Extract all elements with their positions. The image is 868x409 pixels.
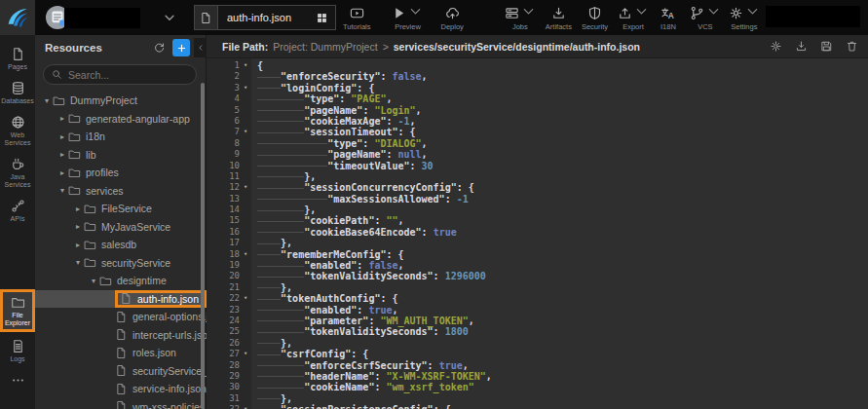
caret-closed-icon[interactable]: ▸	[57, 114, 68, 123]
collapse-left-icon	[196, 43, 206, 53]
caret-closed-icon[interactable]: ▸	[57, 168, 68, 177]
tree-item-MyJavaService[interactable]: ▸MyJavaService	[35, 218, 207, 237]
toolbar-export-button[interactable]: Export	[618, 0, 649, 35]
java-services-icon	[11, 157, 25, 171]
code-line-8: "type": "DIALOG",	[257, 138, 868, 149]
databases-icon	[11, 81, 25, 95]
fold-caret-icon[interactable]: ▾	[240, 83, 251, 93]
tree-item-service-info.json[interactable]: service-info.json	[35, 380, 207, 398]
delete-icon[interactable]	[846, 40, 858, 53]
caret-open-icon[interactable]: ▾	[41, 96, 53, 105]
caret-closed-icon[interactable]: ▸	[57, 150, 68, 159]
tree-item-profiles[interactable]: ▸profiles	[35, 164, 207, 182]
caret-closed-icon[interactable]: ▸	[72, 204, 84, 213]
resources-title: Resources	[45, 42, 102, 54]
toolbar-tutorials-button[interactable]: Tutorials	[343, 0, 370, 35]
gutter-line-1: 1▾	[207, 60, 251, 71]
tree-item-securityService_API.json[interactable]: securityService_API.json	[35, 362, 207, 381]
folder-icon	[84, 256, 96, 269]
gutter-line-32: 32▾	[207, 404, 251, 409]
fold-caret-icon[interactable]: ▾	[240, 293, 251, 304]
toolbar-security-button[interactable]: Security	[582, 0, 608, 35]
save-icon[interactable]	[820, 40, 833, 53]
gutter-line-24: 24	[207, 316, 251, 326]
more-icon	[11, 373, 25, 388]
tree-item-wm-xss-policies.json[interactable]: wm-xss-policies.json	[35, 398, 207, 409]
caret-open-icon[interactable]: ▾	[88, 277, 99, 285]
sidebar-item-java-services[interactable]: Java Services	[0, 153, 35, 192]
project-chevron-down-icon[interactable]	[161, 9, 178, 26]
tree-item-i18n[interactable]: ▸i18n	[35, 128, 207, 146]
folder-icon	[68, 167, 81, 179]
tab-grid-icon[interactable]	[316, 12, 335, 24]
sidebar-item-apis[interactable]: APIs	[0, 195, 35, 226]
tree-item-auth-info.json[interactable]: auth-info.json	[35, 290, 207, 309]
tree-item-intercept-urls.json[interactable]: intercept-urls.json	[35, 326, 207, 345]
toolbar-preview-button[interactable]: Preview	[392, 0, 423, 35]
code-line-20: "tokenValiditySeconds": 1296000	[257, 271, 868, 281]
fold-caret-icon[interactable]: ▾	[240, 404, 251, 409]
file-tree: ▾DummyProject▸generated-angular-app▸i18n…	[35, 92, 207, 409]
sidebar-item-logs[interactable]: Logs	[0, 335, 35, 366]
fold-caret-icon[interactable]: ▾	[240, 249, 251, 260]
toolbar-settings-button[interactable]: Settings	[729, 0, 760, 35]
tree-item-general-options.json[interactable]: general-options.json	[35, 308, 207, 326]
fold-caret-icon[interactable]: ▾	[240, 349, 251, 359]
tree-item-roles.json[interactable]: roles.json	[35, 344, 207, 362]
chevron-down-icon	[634, 4, 649, 22]
toolbar-vcs-button[interactable]: VCS	[690, 0, 721, 35]
code-line-14: },	[257, 204, 868, 215]
tree-item-securityService[interactable]: ▾securityService	[35, 254, 207, 273]
deploy-cloud-icon	[445, 6, 460, 20]
caret-closed-icon[interactable]: ▸	[57, 132, 68, 141]
folder-icon	[84, 239, 96, 251]
file-path-bar: File Path: Project: DummyProject > servi…	[207, 35, 868, 58]
fold-caret-icon[interactable]: ▾	[240, 60, 251, 71]
refresh-button[interactable]	[153, 42, 166, 55]
collapse-panel-button[interactable]	[194, 38, 207, 57]
sidebar-item-web-services[interactable]: Web Services	[0, 111, 35, 150]
sidebar-item-pages[interactable]: Pages	[0, 43, 35, 74]
tree-item-salesdb[interactable]: ▸salesdb	[35, 236, 207, 254]
tree-item-DummyProject[interactable]: ▾DummyProject	[35, 92, 207, 110]
apis-icon	[11, 199, 25, 213]
toolbar-deploy-button[interactable]: Deploy	[440, 0, 463, 35]
file-icon	[115, 328, 128, 341]
file-icon	[115, 311, 128, 323]
sidebar-item-file-explorer[interactable]: File Explorer	[0, 289, 35, 332]
tree-item-lib[interactable]: ▸lib	[35, 146, 207, 165]
gutter-line-12: 12▾	[207, 182, 251, 193]
resources-search[interactable]	[43, 64, 197, 85]
tree-scrollbar[interactable]	[201, 83, 205, 409]
gutter-line-23: 23	[207, 305, 251, 316]
tree-item-services[interactable]: ▾services	[35, 182, 207, 201]
gutter-line-21: 21	[207, 282, 251, 293]
file-icon	[115, 364, 128, 377]
folder-icon	[53, 94, 65, 107]
app-logo-icon	[5, 5, 30, 30]
sidebar-item-more[interactable]	[0, 369, 35, 390]
code-line-31: },	[257, 393, 868, 404]
search-input[interactable]	[68, 69, 185, 81]
caret-closed-icon[interactable]: ▸	[72, 222, 84, 231]
toolbar-jobs-button[interactable]: Jobs	[505, 0, 536, 35]
caret-open-icon[interactable]: ▾	[72, 258, 84, 267]
sidebar-item-databases[interactable]: Databases	[0, 77, 35, 108]
app-logo[interactable]	[0, 0, 35, 35]
caret-open-icon[interactable]: ▾	[57, 186, 68, 195]
download-icon[interactable]	[795, 40, 808, 53]
toolbar-i18n-button[interactable]: AI18N	[660, 0, 676, 35]
file-path-project: Project: DummyProject	[273, 41, 377, 53]
add-resource-button[interactable]	[172, 39, 190, 56]
fold-caret-icon[interactable]: ▾	[240, 127, 251, 137]
code-editor[interactable]: 1▾23▾4567▾89101112▾131415161718▾19202122…	[207, 58, 868, 409]
open-file-tab[interactable]: auth-info.json	[194, 5, 336, 30]
tree-item-FileService[interactable]: ▸FileService	[35, 200, 207, 218]
toolbar-artifacts-button[interactable]: Artifacts	[546, 0, 572, 35]
fold-caret-icon[interactable]: ▾	[240, 182, 251, 193]
gear-icon[interactable]	[770, 40, 782, 53]
tree-item-generated-angular-app[interactable]: ▸generated-angular-app	[35, 110, 207, 129]
caret-closed-icon[interactable]: ▸	[72, 241, 84, 249]
code-line-4: "type": "PAGE",	[257, 93, 868, 104]
tree-item-designtime[interactable]: ▾designtime	[35, 272, 207, 290]
